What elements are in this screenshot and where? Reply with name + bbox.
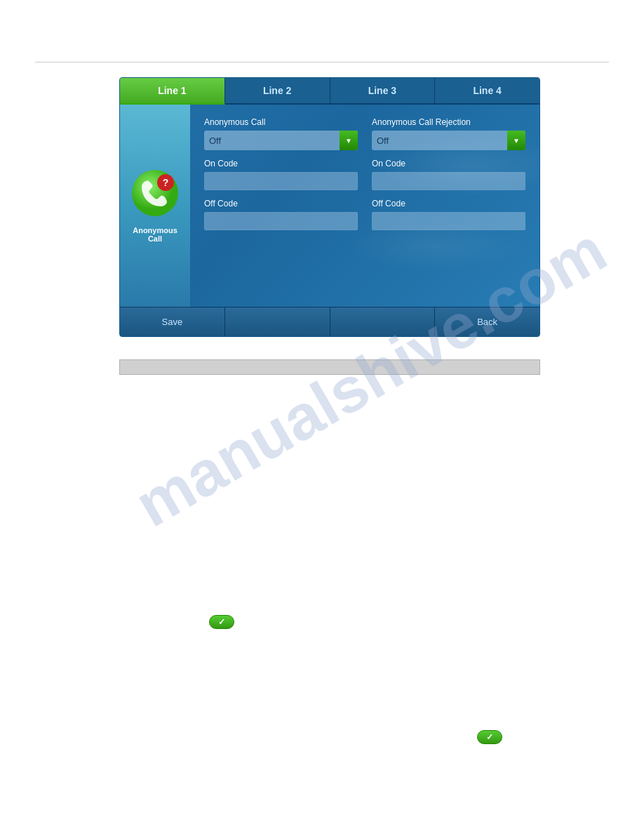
bottom-btn-empty1 [225,307,330,336]
form-group-anon-on-code: On Code [204,159,358,190]
green-check-icon-1[interactable] [209,615,234,629]
content-area: ? Anonymous Call Anonymous Call Off On ▼ [120,105,539,307]
anon-on-code-label: On Code [204,159,358,168]
tab-bar: Line 1 Line 2 Line 3 Line 4 [120,78,539,105]
form-area: Anonymous Call Off On ▼ Anonymous Call R… [190,105,539,307]
reject-off-code-input[interactable] [372,212,525,230]
form-row-off-code: Off Code Off Code [204,199,525,230]
anonymous-call-select-wrapper: Off On ▼ [204,131,358,150]
reject-on-code-input[interactable] [372,172,525,190]
form-group-reject-on-code: On Code [372,159,525,190]
bottom-gray-bar [119,359,540,375]
form-row-dropdowns: Anonymous Call Off On ▼ Anonymous Call R… [204,117,525,150]
back-button[interactable]: Back [435,307,539,336]
form-group-anonymous-call: Anonymous Call Off On ▼ [204,117,358,150]
bottom-bar: Save Back [120,307,539,336]
form-row-on-code: On Code On Code [204,159,525,190]
tab-line2[interactable]: Line 2 [225,78,330,103]
sidebar-label: Anonymous Call [127,226,183,243]
anonymous-call-select[interactable]: Off On [204,131,358,150]
anon-off-code-label: Off Code [204,199,358,208]
phone-ui-container: Line 1 Line 2 Line 3 Line 4 [119,77,540,337]
reject-on-code-label: On Code [372,159,525,168]
tab-line3[interactable]: Line 3 [330,78,436,103]
tab-line1[interactable]: Line 1 [120,78,225,105]
form-group-reject-off-code: Off Code [372,199,525,230]
form-group-anonymous-call-rejection: Anonymous Call Rejection Off On ▼ [372,117,525,150]
top-divider [35,62,609,62]
green-check-button-2[interactable] [477,730,502,746]
tab-line4[interactable]: Line 4 [435,78,539,103]
sidebar: ? Anonymous Call [120,105,190,307]
svg-text:?: ? [163,177,169,188]
reject-off-code-label: Off Code [372,199,525,208]
anonymous-call-rejection-select-wrapper: Off On ▼ [372,131,525,150]
anon-on-code-input[interactable] [204,172,358,190]
save-button[interactable]: Save [120,307,225,336]
anonymous-call-icon: ? [130,168,180,218]
anon-off-code-input[interactable] [204,212,358,230]
green-check-icon-2[interactable] [477,730,502,744]
form-group-anon-off-code: Off Code [204,199,358,230]
bottom-btn-empty2 [330,307,436,336]
green-check-button-1[interactable] [209,615,234,630]
anonymous-call-label: Anonymous Call [204,117,358,127]
anonymous-call-rejection-select[interactable]: Off On [372,131,525,150]
anonymous-call-rejection-label: Anonymous Call Rejection [372,117,525,127]
